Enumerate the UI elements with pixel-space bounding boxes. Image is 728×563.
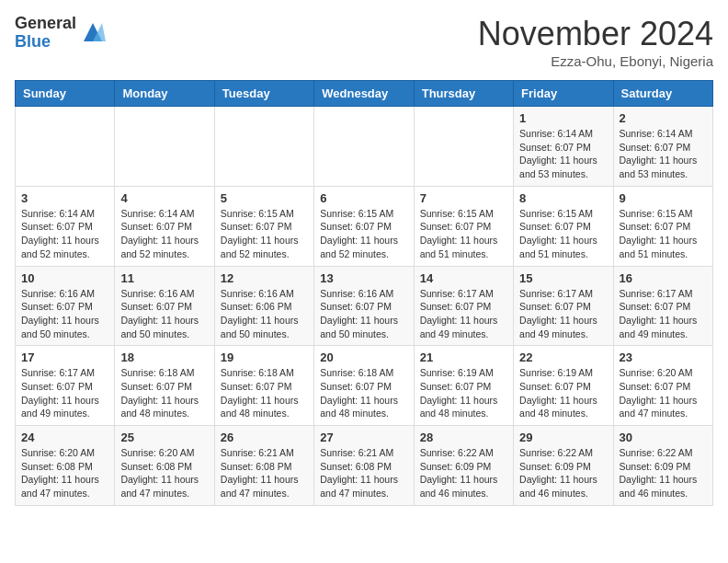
calendar-table: Sunday Monday Tuesday Wednesday Thursday… bbox=[15, 80, 713, 506]
day-number: 25 bbox=[120, 431, 208, 444]
calendar-cell: 9Sunrise: 6:15 AMSunset: 6:07 PMDaylight… bbox=[613, 186, 712, 266]
day-info: Sunrise: 6:20 AMSunset: 6:07 PMDaylight:… bbox=[620, 366, 707, 420]
calendar-cell: 17Sunrise: 6:17 AMSunset: 6:07 PMDayligh… bbox=[16, 346, 115, 426]
day-number: 29 bbox=[519, 431, 607, 444]
calendar-cell: 26Sunrise: 6:21 AMSunset: 6:08 PMDayligh… bbox=[214, 426, 313, 506]
day-info: Sunrise: 6:15 AMSunset: 6:07 PMDaylight:… bbox=[519, 207, 607, 261]
week-row-5: 24Sunrise: 6:20 AMSunset: 6:08 PMDayligh… bbox=[16, 426, 713, 506]
logo-general-text: General bbox=[15, 15, 76, 33]
calendar-cell: 5Sunrise: 6:15 AMSunset: 6:07 PMDaylight… bbox=[214, 186, 313, 266]
week-row-2: 3Sunrise: 6:14 AMSunset: 6:07 PMDaylight… bbox=[16, 186, 713, 266]
calendar-cell: 6Sunrise: 6:15 AMSunset: 6:07 PMDaylight… bbox=[314, 186, 414, 266]
location-text: Ezza-Ohu, Ebonyi, Nigeria bbox=[478, 53, 713, 69]
calendar-cell: 25Sunrise: 6:20 AMSunset: 6:08 PMDayligh… bbox=[115, 426, 214, 506]
day-info: Sunrise: 6:17 AMSunset: 6:07 PMDaylight:… bbox=[420, 287, 507, 341]
calendar-body: 1Sunrise: 6:14 AMSunset: 6:07 PMDaylight… bbox=[16, 107, 713, 506]
calendar-header: Sunday Monday Tuesday Wednesday Thursday… bbox=[16, 81, 713, 107]
calendar-cell: 14Sunrise: 6:17 AMSunset: 6:07 PMDayligh… bbox=[414, 266, 513, 346]
day-number: 4 bbox=[120, 191, 208, 205]
day-number: 2 bbox=[620, 111, 707, 125]
day-number: 6 bbox=[320, 191, 407, 205]
day-number: 18 bbox=[120, 350, 208, 364]
day-info: Sunrise: 6:14 AMSunset: 6:07 PMDaylight:… bbox=[21, 207, 108, 261]
month-title: November 2024 bbox=[478, 15, 713, 53]
day-number: 9 bbox=[620, 191, 707, 205]
day-info: Sunrise: 6:21 AMSunset: 6:08 PMDaylight:… bbox=[320, 446, 407, 500]
calendar-cell: 12Sunrise: 6:16 AMSunset: 6:06 PMDayligh… bbox=[214, 266, 313, 346]
col-sunday: Sunday bbox=[16, 81, 115, 107]
logo-blue-text: Blue bbox=[15, 33, 76, 52]
logo-icon bbox=[80, 19, 106, 49]
day-number: 12 bbox=[221, 271, 308, 285]
day-info: Sunrise: 6:22 AMSunset: 6:09 PMDaylight:… bbox=[519, 446, 607, 500]
day-number: 24 bbox=[21, 431, 108, 444]
day-number: 22 bbox=[519, 350, 607, 364]
day-info: Sunrise: 6:14 AMSunset: 6:07 PMDaylight:… bbox=[120, 207, 208, 261]
day-info: Sunrise: 6:14 AMSunset: 6:07 PMDaylight:… bbox=[519, 127, 607, 181]
day-info: Sunrise: 6:20 AMSunset: 6:08 PMDaylight:… bbox=[120, 446, 208, 500]
day-number: 11 bbox=[120, 271, 208, 285]
day-info: Sunrise: 6:15 AMSunset: 6:07 PMDaylight:… bbox=[221, 207, 308, 261]
day-info: Sunrise: 6:15 AMSunset: 6:07 PMDaylight:… bbox=[620, 207, 707, 261]
calendar-cell: 29Sunrise: 6:22 AMSunset: 6:09 PMDayligh… bbox=[514, 426, 613, 506]
day-number: 13 bbox=[320, 271, 407, 285]
day-info: Sunrise: 6:21 AMSunset: 6:08 PMDaylight:… bbox=[221, 446, 308, 500]
day-number: 15 bbox=[519, 271, 607, 285]
day-info: Sunrise: 6:18 AMSunset: 6:07 PMDaylight:… bbox=[221, 366, 308, 420]
calendar-cell: 16Sunrise: 6:17 AMSunset: 6:07 PMDayligh… bbox=[613, 266, 712, 346]
col-friday: Friday bbox=[514, 81, 613, 107]
calendar-cell: 22Sunrise: 6:19 AMSunset: 6:07 PMDayligh… bbox=[514, 346, 613, 426]
day-info: Sunrise: 6:14 AMSunset: 6:07 PMDaylight:… bbox=[620, 127, 707, 181]
day-info: Sunrise: 6:16 AMSunset: 6:07 PMDaylight:… bbox=[21, 287, 108, 341]
calendar-cell: 3Sunrise: 6:14 AMSunset: 6:07 PMDaylight… bbox=[16, 186, 115, 266]
calendar-cell: 27Sunrise: 6:21 AMSunset: 6:08 PMDayligh… bbox=[314, 426, 414, 506]
calendar-cell: 23Sunrise: 6:20 AMSunset: 6:07 PMDayligh… bbox=[613, 346, 712, 426]
week-row-3: 10Sunrise: 6:16 AMSunset: 6:07 PMDayligh… bbox=[16, 266, 713, 346]
day-number: 16 bbox=[620, 271, 707, 285]
calendar-cell: 19Sunrise: 6:18 AMSunset: 6:07 PMDayligh… bbox=[214, 346, 313, 426]
calendar-cell: 8Sunrise: 6:15 AMSunset: 6:07 PMDaylight… bbox=[514, 186, 613, 266]
day-info: Sunrise: 6:17 AMSunset: 6:07 PMDaylight:… bbox=[21, 366, 108, 420]
day-info: Sunrise: 6:15 AMSunset: 6:07 PMDaylight:… bbox=[420, 207, 507, 261]
calendar-cell: 1Sunrise: 6:14 AMSunset: 6:07 PMDaylight… bbox=[514, 107, 613, 187]
calendar-cell: 15Sunrise: 6:17 AMSunset: 6:07 PMDayligh… bbox=[514, 266, 613, 346]
col-monday: Monday bbox=[115, 81, 214, 107]
day-number: 5 bbox=[221, 191, 308, 205]
day-number: 8 bbox=[519, 191, 607, 205]
calendar-cell: 7Sunrise: 6:15 AMSunset: 6:07 PMDaylight… bbox=[414, 186, 513, 266]
calendar-cell: 28Sunrise: 6:22 AMSunset: 6:09 PMDayligh… bbox=[414, 426, 513, 506]
calendar-cell bbox=[414, 107, 513, 187]
col-wednesday: Wednesday bbox=[314, 81, 414, 107]
calendar-cell: 10Sunrise: 6:16 AMSunset: 6:07 PMDayligh… bbox=[16, 266, 115, 346]
day-info: Sunrise: 6:17 AMSunset: 6:07 PMDaylight:… bbox=[620, 287, 707, 341]
day-number: 19 bbox=[221, 350, 308, 364]
day-info: Sunrise: 6:16 AMSunset: 6:07 PMDaylight:… bbox=[120, 287, 208, 341]
week-row-4: 17Sunrise: 6:17 AMSunset: 6:07 PMDayligh… bbox=[16, 346, 713, 426]
calendar-cell bbox=[214, 107, 313, 187]
calendar-cell bbox=[314, 107, 414, 187]
calendar-cell bbox=[115, 107, 214, 187]
day-number: 23 bbox=[620, 350, 707, 364]
day-info: Sunrise: 6:16 AMSunset: 6:07 PMDaylight:… bbox=[320, 287, 407, 341]
day-number: 7 bbox=[420, 191, 507, 205]
day-info: Sunrise: 6:18 AMSunset: 6:07 PMDaylight:… bbox=[120, 366, 208, 420]
day-info: Sunrise: 6:19 AMSunset: 6:07 PMDaylight:… bbox=[420, 366, 507, 420]
day-info: Sunrise: 6:17 AMSunset: 6:07 PMDaylight:… bbox=[519, 287, 607, 341]
day-number: 14 bbox=[420, 271, 507, 285]
col-saturday: Saturday bbox=[613, 81, 712, 107]
calendar-cell: 13Sunrise: 6:16 AMSunset: 6:07 PMDayligh… bbox=[314, 266, 414, 346]
calendar-cell: 30Sunrise: 6:22 AMSunset: 6:09 PMDayligh… bbox=[613, 426, 712, 506]
day-info: Sunrise: 6:22 AMSunset: 6:09 PMDaylight:… bbox=[620, 446, 707, 500]
logo: General Blue bbox=[15, 15, 106, 52]
header-row: Sunday Monday Tuesday Wednesday Thursday… bbox=[16, 81, 713, 107]
calendar-cell: 11Sunrise: 6:16 AMSunset: 6:07 PMDayligh… bbox=[115, 266, 214, 346]
day-info: Sunrise: 6:18 AMSunset: 6:07 PMDaylight:… bbox=[320, 366, 407, 420]
day-info: Sunrise: 6:19 AMSunset: 6:07 PMDaylight:… bbox=[519, 366, 607, 420]
day-info: Sunrise: 6:16 AMSunset: 6:06 PMDaylight:… bbox=[221, 287, 308, 341]
day-number: 21 bbox=[420, 350, 507, 364]
day-number: 26 bbox=[221, 431, 308, 444]
page-header: General Blue November 2024 Ezza-Ohu, Ebo… bbox=[15, 15, 713, 69]
day-info: Sunrise: 6:15 AMSunset: 6:07 PMDaylight:… bbox=[320, 207, 407, 261]
day-number: 17 bbox=[21, 350, 108, 364]
day-info: Sunrise: 6:20 AMSunset: 6:08 PMDaylight:… bbox=[21, 446, 108, 500]
